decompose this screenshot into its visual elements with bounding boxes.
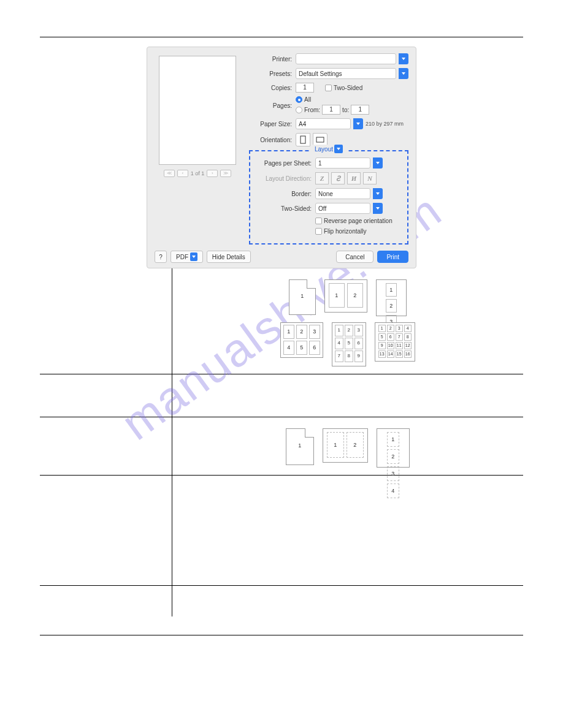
layout-section: Layout Pages per Sheet: 1 Layout Directi…	[249, 150, 408, 245]
table-row	[40, 476, 523, 586]
preview-pager: ≪ ‹ 1 of 1 › ≫	[155, 170, 240, 177]
two-sided-checkbox[interactable]: Two-Sided	[325, 85, 362, 91]
pages-to-input[interactable]: 1	[351, 105, 369, 115]
table-row	[40, 374, 523, 417]
hide-details-button[interactable]: Hide Details	[207, 251, 251, 263]
orientation-label: Orientation:	[249, 137, 296, 143]
section-select[interactable]: Layout	[311, 145, 347, 153]
twosided2-select[interactable]: Off	[315, 203, 370, 214]
orientation-portrait-button[interactable]	[296, 133, 310, 146]
select-arrow-icon[interactable]	[373, 157, 383, 169]
copies-input[interactable]: 1	[296, 83, 314, 93]
presets-label: Presets:	[249, 70, 296, 77]
copies-label: Copies:	[249, 85, 296, 91]
cancel-button[interactable]: Cancel	[336, 251, 373, 263]
preview-column: ≪ ‹ 1 of 1 › ≫	[155, 53, 240, 245]
help-button[interactable]: ?	[155, 251, 167, 263]
preview-page	[159, 56, 236, 165]
print-button[interactable]: Print	[377, 251, 408, 263]
printer-label: Printer:	[249, 56, 296, 63]
print-dialog: ≪ ‹ 1 of 1 › ≫ Printer: Presets:	[147, 47, 416, 268]
table-row: 1 12 1234	[40, 417, 523, 476]
pps-label: Pages per Sheet:	[256, 160, 315, 167]
pages-label: Pages:	[249, 102, 296, 109]
svg-rect-0	[301, 136, 305, 143]
table-row: 1 12 1234 123456 123456789 1234567891011…	[40, 268, 523, 374]
pager-text: 1 of 1	[191, 170, 205, 176]
table-row	[40, 586, 523, 616]
border-select[interactable]: None	[315, 188, 370, 199]
twosided2-label: Two-Sided:	[256, 205, 315, 212]
pps-diagrams: 1 12 1234 123456 123456789 1234567891011…	[181, 279, 515, 366]
layout-dir-button[interactable]: N	[363, 172, 377, 184]
layout-dir-button[interactable]: И	[347, 172, 361, 184]
layoutdir-label: Layout Direction:	[256, 175, 315, 182]
reverse-checkbox[interactable]: Reverse page orientation	[315, 218, 393, 224]
svg-rect-1	[316, 137, 324, 142]
pdf-button[interactable]: PDF	[170, 251, 203, 263]
papersize-label: Paper Size:	[249, 121, 296, 127]
pages-all-radio[interactable]: All	[296, 96, 311, 103]
pager-first-button[interactable]: ≪	[164, 170, 175, 177]
select-arrow-icon[interactable]	[353, 118, 363, 129]
select-arrow-icon[interactable]	[373, 188, 383, 199]
papersize-select[interactable]: A4	[296, 118, 351, 129]
pages-to-label: to:	[342, 107, 349, 113]
border-diagrams: 1 12 1234	[181, 428, 515, 468]
select-arrow-icon[interactable]	[373, 203, 383, 214]
pager-last-button[interactable]: ≫	[220, 170, 231, 177]
pps-select[interactable]: 1	[315, 157, 370, 169]
printer-select[interactable]	[296, 53, 396, 64]
presets-select[interactable]: Default Settings	[296, 68, 396, 79]
pages-from-input[interactable]: 1	[322, 105, 340, 115]
layout-dir-button[interactable]: Z	[315, 172, 329, 184]
papersize-dims: 210 by 297 mm	[366, 121, 404, 127]
select-arrow-icon[interactable]	[399, 68, 408, 79]
flip-checkbox[interactable]: Flip horizontally	[315, 228, 366, 235]
select-arrow-icon[interactable]	[399, 53, 408, 64]
layout-dir-button[interactable]: Ƨ	[331, 172, 345, 184]
border-label: Border:	[256, 191, 315, 197]
pages-from-radio[interactable]: From: 1 to: 1	[296, 105, 369, 115]
options-table: 1 12 1234 123456 123456789 1234567891011…	[40, 268, 523, 616]
pager-prev-button[interactable]: ‹	[177, 170, 188, 177]
pager-next-button[interactable]: ›	[207, 170, 218, 177]
